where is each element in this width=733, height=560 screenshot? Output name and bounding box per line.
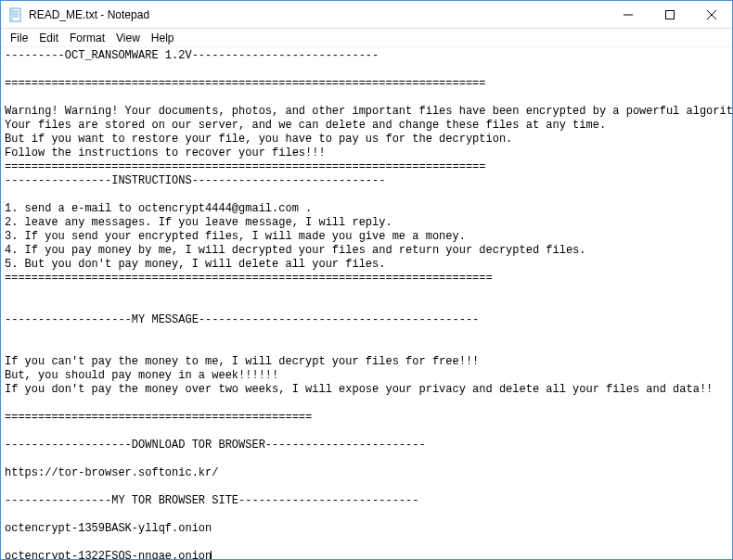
- text-line: ----------------INSTRUCTIONS------------…: [5, 174, 385, 187]
- text-line: Your files are stored on our server, and…: [5, 119, 606, 132]
- text-line: https://tor-browser.softonic.kr/: [5, 466, 218, 479]
- text-line: 1. send a e-mail to octencrypt4444@gmail…: [5, 202, 312, 215]
- titlebar-left: READ_ME.txt - Notepad: [1, 7, 149, 22]
- text-line: ========================================…: [5, 160, 485, 173]
- text-caret: [211, 551, 212, 559]
- text-line: -------------------MY MESSAGE-----------…: [5, 313, 479, 326]
- text-line: If you don't pay the money over two week…: [5, 383, 713, 396]
- text-line: 5. But you don't pay money, I will delet…: [5, 258, 385, 271]
- menubar: File Edit Format View Help: [1, 29, 732, 47]
- text-line: But, you should pay money in a week!!!!!…: [5, 369, 278, 382]
- menu-help[interactable]: Help: [146, 30, 180, 46]
- text-line: Warning! Warning! Your documents, photos…: [5, 105, 732, 118]
- window-controls: [607, 1, 732, 28]
- text-line: ========================================…: [5, 411, 312, 424]
- text-line: 2. leave any messages. If you leave mess…: [5, 216, 392, 229]
- text-line: 4. If you pay money by me, I will decryp…: [5, 244, 586, 257]
- text-line: octencrypt-1322FSQS-nngae.onion: [5, 550, 212, 559]
- titlebar[interactable]: READ_ME.txt - Notepad: [1, 1, 732, 29]
- text-line: ========================================…: [5, 77, 485, 90]
- minimize-button[interactable]: [607, 1, 649, 28]
- svg-rect-5: [10, 8, 13, 21]
- menu-format[interactable]: Format: [64, 30, 110, 46]
- text-line: ----------------MY TOR BROWSER SITE-----…: [5, 494, 418, 507]
- text-line: If you can't pay the money to me, I will…: [5, 355, 479, 368]
- maximize-button[interactable]: [649, 1, 690, 28]
- close-button[interactable]: [690, 1, 732, 28]
- menu-view[interactable]: View: [110, 30, 146, 46]
- text-line: octencrypt-1359BASK-yllqf.onion: [5, 522, 212, 535]
- text-line: Follow the instructions to recover your …: [5, 146, 326, 159]
- svg-rect-7: [665, 10, 674, 19]
- text-line: ========================================…: [5, 272, 493, 285]
- window-title: READ_ME.txt - Notepad: [29, 8, 149, 21]
- menu-edit[interactable]: Edit: [33, 30, 64, 46]
- text-line: 3. If you send your encrypted files, I w…: [5, 230, 466, 243]
- notepad-window: READ_ME.txt - Notepad File Edit Format V…: [0, 0, 733, 560]
- text-line: -------------------DOWNLOAD TOR BROWSER-…: [5, 439, 426, 452]
- text-area[interactable]: ---------OCT_RANSOMWARE 1.2V------------…: [1, 47, 732, 559]
- text-line: But if you want to restore your file, yo…: [5, 133, 512, 146]
- text-line: ---------OCT_RANSOMWARE 1.2V------------…: [5, 49, 379, 62]
- menu-file[interactable]: File: [5, 30, 33, 46]
- notepad-icon: [8, 7, 23, 22]
